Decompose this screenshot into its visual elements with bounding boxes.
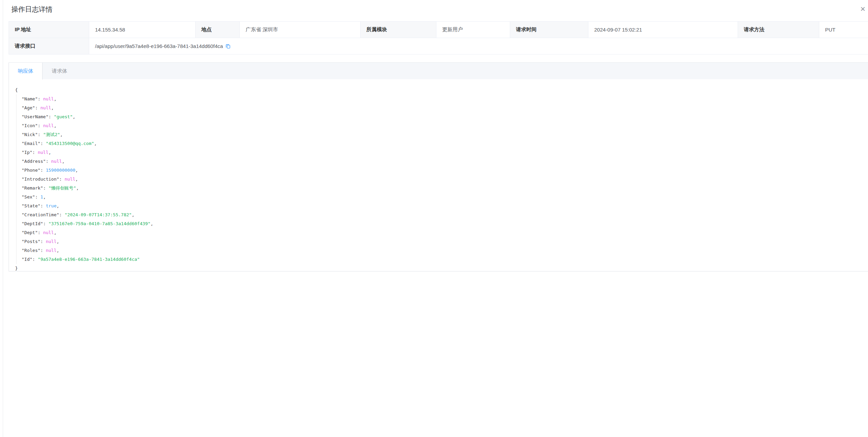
code-line: "Sex": 1, xyxy=(22,193,868,202)
tab-request-body[interactable]: 请求体 xyxy=(43,63,77,79)
code-token: : xyxy=(38,230,43,235)
code-token: "Remark" xyxy=(22,185,43,191)
code-token: 1 xyxy=(40,194,43,199)
code-line: "Id": "9a57a4e8-e196-663a-7841-3a14dd60f… xyxy=(22,255,868,264)
code-token: : xyxy=(40,203,46,208)
code-token: "Icon" xyxy=(22,123,38,128)
code-token: "375167e0-759a-0410-7a85-3a14dd60f439" xyxy=(48,221,150,226)
code-line: "Roles": null, xyxy=(22,246,868,255)
code-token: "Phone" xyxy=(22,168,40,173)
code-token: : xyxy=(35,194,40,199)
code-token: "Age" xyxy=(22,105,35,110)
code-token: "CreationTime" xyxy=(22,212,59,217)
code-token: , xyxy=(57,203,59,208)
code-token: : xyxy=(38,132,43,137)
code-token: { xyxy=(15,87,18,93)
tab-response-body[interactable]: 响应体 xyxy=(9,63,43,80)
code-token: : xyxy=(46,159,51,164)
code-token: "Nick" xyxy=(22,132,38,137)
dialog-title: 操作日志详情 xyxy=(11,5,52,13)
code-token: true xyxy=(46,203,56,208)
code-token: } xyxy=(15,266,18,271)
code-token: "测试2" xyxy=(43,132,60,137)
code-token: null xyxy=(43,230,54,235)
detail-label-location: 地点 xyxy=(196,22,240,38)
code-token: , xyxy=(57,239,59,244)
code-line: "Address": null, xyxy=(22,157,868,166)
code-token: null xyxy=(46,248,56,253)
detail-value-ip: 14.155.34.58 xyxy=(89,22,196,38)
request-api-url: /api/app/user/9a57a4e8-e196-663a-7841-3a… xyxy=(95,43,223,49)
dialog-header: 操作日志详情 xyxy=(11,4,854,15)
code-token: "Address" xyxy=(22,159,46,164)
code-line: "Remark": "懒得创账号", xyxy=(22,184,868,193)
code-token: : xyxy=(40,168,46,173)
code-token: , xyxy=(73,114,75,119)
code-line: { xyxy=(15,86,868,95)
code-token: , xyxy=(54,96,57,101)
table-row: 请求接口 /api/app/user/9a57a4e8-e196-663a-78… xyxy=(9,38,868,54)
detail-label-request-method: 请求方法 xyxy=(738,22,819,38)
code-line: "State": true, xyxy=(22,202,868,210)
code-token: : xyxy=(35,105,40,110)
code-token: "Ip" xyxy=(22,150,32,155)
code-token: , xyxy=(51,105,54,110)
tab-bar: 响应体 请求体 xyxy=(9,62,868,80)
code-token: : xyxy=(48,114,54,119)
code-token: null xyxy=(40,105,51,110)
code-token: "Roles" xyxy=(22,248,40,253)
code-token: "State" xyxy=(22,203,40,208)
json-code: {"Name": null,"Age": null,"UserName": "g… xyxy=(9,79,868,271)
code-token: "Id" xyxy=(22,257,32,262)
code-token: null xyxy=(43,123,54,128)
code-line: "DeptId": "375167e0-759a-0410-7a85-3a14d… xyxy=(22,219,868,228)
code-token: , xyxy=(75,168,78,173)
detail-value-request-api: /api/app/user/9a57a4e8-e196-663a-7841-3a… xyxy=(89,38,868,54)
code-line: "Name": null, xyxy=(22,95,868,104)
code-token: null xyxy=(43,96,54,101)
code-line: "Age": null, xyxy=(22,104,868,112)
code-token: : xyxy=(40,248,46,253)
code-token: "Introduction" xyxy=(22,177,59,182)
code-token: : xyxy=(59,212,65,217)
code-token: "Email" xyxy=(22,141,40,146)
code-token: : xyxy=(32,150,38,155)
code-token: : xyxy=(32,257,38,262)
code-line: "Phone": 15900000000, xyxy=(22,166,868,175)
code-token: , xyxy=(151,221,153,226)
code-token: "Sex" xyxy=(22,194,35,199)
code-line: } xyxy=(15,264,868,271)
detail-label-ip: IP 地址 xyxy=(9,22,89,38)
indent-guide-block: "Name": null,"Age": null,"UserName": "gu… xyxy=(16,95,868,264)
detail-value-module: 更新用户 xyxy=(436,22,510,38)
code-token: "2024-09-07T14:37:55.782" xyxy=(64,212,132,217)
code-token: "9a57a4e8-e196-663a-7841-3a14dd60f4ca" xyxy=(38,257,140,262)
code-line: "Email": "454313500@qq.com", xyxy=(22,139,868,148)
code-token: , xyxy=(54,123,57,128)
code-token: : xyxy=(38,123,43,128)
code-token: , xyxy=(75,177,78,182)
code-token: : xyxy=(40,141,46,146)
detail-value-request-time: 2024-09-07 15:02:21 xyxy=(588,22,738,38)
detail-label-request-api: 请求接口 xyxy=(9,38,89,54)
close-icon[interactable]: ✕ xyxy=(859,5,867,13)
code-token: "Dept" xyxy=(22,230,38,235)
code-token: , xyxy=(132,212,134,217)
detail-value-location: 广东省 深圳市 xyxy=(240,22,361,38)
code-token: , xyxy=(54,230,57,235)
code-token: : xyxy=(43,185,49,191)
code-token: , xyxy=(43,194,46,199)
code-token: null xyxy=(64,177,75,182)
code-token: null xyxy=(51,159,62,164)
code-token: , xyxy=(57,248,59,253)
code-line: "Posts": null, xyxy=(22,237,868,246)
drawer-left-border xyxy=(3,0,3,437)
code-token: null xyxy=(46,239,56,244)
code-token: , xyxy=(94,141,97,146)
code-token: 15900000000 xyxy=(46,168,75,173)
code-token: "UserName" xyxy=(22,114,48,119)
code-token: "Name" xyxy=(22,96,38,101)
copy-icon[interactable] xyxy=(225,44,231,49)
code-line: "Ip": null, xyxy=(22,148,868,157)
code-token: : xyxy=(43,221,49,226)
